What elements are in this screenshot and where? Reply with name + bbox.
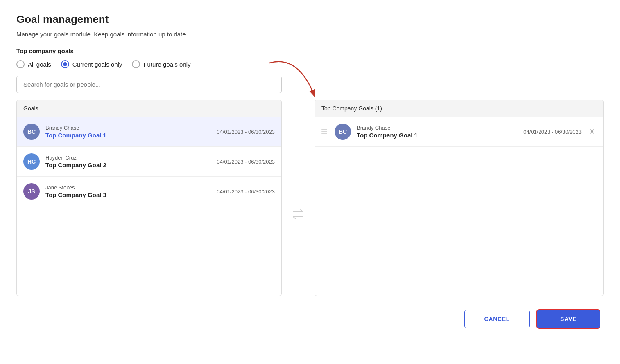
left-panel: Goals BC Brandy Chase Top Company Goal 1… [16,100,282,296]
goal-person-3: Jane Stokes [45,184,211,191]
right-avatar-bc-1: BC [335,124,351,140]
goal-person-1: Brandy Chase [45,125,211,131]
drag-handle-1[interactable] [321,129,327,134]
right-panel: Top Company Goals (1) BC Brandy Chase To… [315,100,604,296]
goal-item-3[interactable]: JS Jane Stokes Top Company Goal 3 04/01/… [17,177,281,206]
goal-info-1: Brandy Chase Top Company Goal 1 [45,125,211,139]
goal-title-3: Top Company Goal 3 [45,191,211,198]
goal-info-3: Jane Stokes Top Company Goal 3 [45,184,211,198]
avatar-bc-1: BC [23,124,40,140]
right-panel-header: Top Company Goals (1) [315,100,603,117]
remove-goal-button-1[interactable]: ✕ [587,127,597,136]
right-goal-info-1: Brandy Chase Top Company Goal 1 [357,125,518,139]
radio-circle-all [16,60,25,68]
avatar-js-3: JS [23,183,40,200]
goal-info-2: Hayden Cruz Top Company Goal 2 [45,155,211,169]
transfer-arrows [292,209,305,220]
goal-item-1[interactable]: BC Brandy Chase Top Company Goal 1 04/01… [17,117,281,147]
left-panel-header: Goals [17,100,281,117]
goal-title-1: Top Company Goal 1 [45,132,211,139]
radio-future-goals[interactable]: Future goals only [132,60,190,68]
radio-circle-current [61,60,69,68]
radio-circle-future [132,60,140,68]
goal-date-3: 04/01/2023 - 06/30/2023 [217,189,275,195]
search-input[interactable] [16,76,282,93]
main-panels: Goals BC Brandy Chase Top Company Goal 1… [16,100,604,296]
radio-current-goals[interactable]: Current goals only [61,60,122,68]
transfer-area [282,100,315,296]
right-goal-title-1: Top Company Goal 1 [357,132,518,139]
footer: CANCEL SAVE [16,309,604,329]
page-title: Goal management [16,13,604,26]
save-button[interactable]: SAVE [536,309,600,329]
right-goal-person-1: Brandy Chase [357,125,518,131]
right-goal-date-1: 04/01/2023 - 06/30/2023 [523,129,582,135]
section-title: Top company goals [16,47,604,54]
avatar-hc-2: HC [23,153,40,170]
radio-all-goals[interactable]: All goals [16,60,51,68]
filter-radio-group: All goals Current goals only Future goal… [16,60,604,68]
goal-title-2: Top Company Goal 2 [45,162,211,169]
search-box [16,76,282,93]
radio-label-all: All goals [28,61,51,68]
right-goal-item-1: BC Brandy Chase Top Company Goal 1 04/01… [315,117,603,147]
cancel-button[interactable]: CANCEL [464,310,530,328]
page-subtitle: Manage your goals module. Keep goals inf… [16,31,604,38]
transfer-icon [292,209,305,220]
goal-person-2: Hayden Cruz [45,155,211,161]
radio-label-future: Future goals only [143,61,190,68]
goal-item-2[interactable]: HC Hayden Cruz Top Company Goal 2 04/01/… [17,147,281,177]
goal-date-1: 04/01/2023 - 06/30/2023 [217,129,275,135]
goal-date-2: 04/01/2023 - 06/30/2023 [217,159,275,165]
radio-label-current: Current goals only [72,61,122,68]
